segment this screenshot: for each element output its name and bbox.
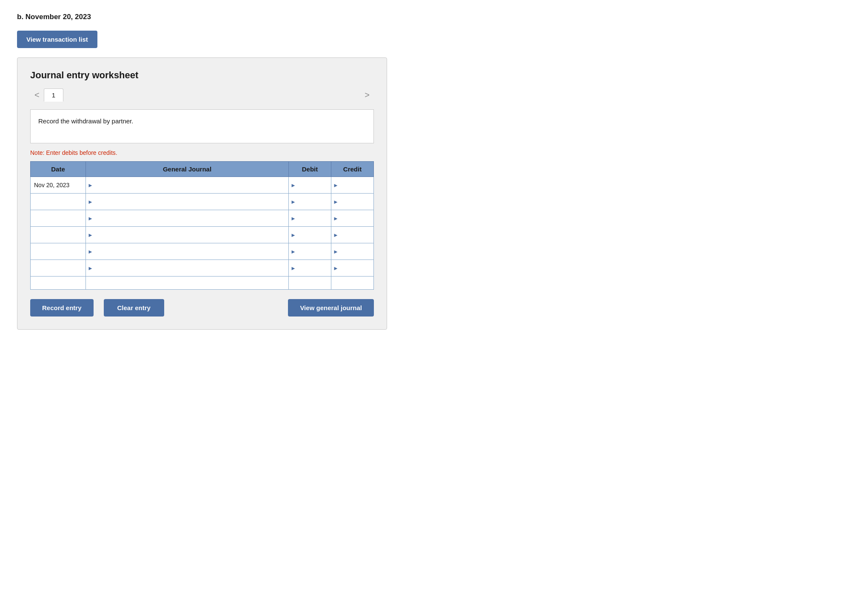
debit-arrow-icon-5: ► (291, 248, 296, 255)
debit-cell-4[interactable]: ► (289, 227, 331, 243)
debit-cell-5[interactable]: ► (289, 243, 331, 260)
journal-input-2[interactable] (95, 195, 287, 208)
debit-arrow-icon-1: ► (291, 182, 296, 188)
journal-input-3[interactable] (95, 212, 287, 225)
row-arrow-icon-1: ► (88, 182, 93, 188)
view-transaction-button[interactable]: View transaction list (17, 31, 97, 48)
row-arrow-icon-4: ► (88, 232, 93, 238)
journal-input-5[interactable] (95, 245, 287, 258)
worksheet-container: Journal entry worksheet < 1 > Record the… (17, 57, 387, 330)
table-row: Nov 20, 2023 ► ► ► (31, 177, 374, 194)
date-cell-4 (31, 227, 86, 243)
credit-arrow-icon-5: ► (333, 248, 339, 255)
table-row: ► ► ► (31, 227, 374, 243)
debit-input-3[interactable] (298, 212, 329, 225)
table-row: ► ► ► (31, 260, 374, 277)
debit-input-1[interactable] (298, 179, 329, 191)
credit-arrow-icon-3: ► (333, 215, 339, 222)
date-cell-1: Nov 20, 2023 (31, 177, 86, 194)
credit-input-3[interactable] (340, 212, 372, 225)
journal-cell-7[interactable] (86, 277, 289, 290)
page-label: b. November 20, 2023 (17, 13, 832, 21)
debit-input-2[interactable] (298, 195, 329, 208)
tab-nav: < 1 > (30, 88, 374, 102)
clear-entry-button[interactable]: Clear entry (104, 299, 164, 317)
credit-cell-6[interactable]: ► (331, 260, 374, 277)
date-cell-6 (31, 260, 86, 277)
credit-cell-7[interactable] (331, 277, 374, 290)
credit-arrow-icon-2: ► (333, 199, 339, 205)
journal-cell-5[interactable]: ► (86, 243, 289, 260)
debit-arrow-icon-4: ► (291, 232, 296, 238)
journal-cell-6[interactable]: ► (86, 260, 289, 277)
credit-arrow-icon-1: ► (333, 182, 339, 188)
table-row: ► ► ► (31, 194, 374, 210)
credit-input-4[interactable] (340, 228, 372, 241)
journal-input-4[interactable] (95, 228, 287, 241)
journal-input-1[interactable] (95, 179, 287, 191)
debit-arrow-icon-6: ► (291, 265, 296, 271)
journal-cell-1[interactable]: ► (86, 177, 289, 194)
credit-input-2[interactable] (340, 195, 372, 208)
credit-cell-3[interactable]: ► (331, 210, 374, 227)
journal-table: Date General Journal Debit Credit Nov 20… (30, 161, 374, 290)
row-arrow-icon-2: ► (88, 199, 93, 205)
credit-arrow-icon-4: ► (333, 232, 339, 238)
debit-input-6[interactable] (298, 262, 329, 274)
worksheet-title: Journal entry worksheet (30, 70, 374, 81)
col-header-date: Date (31, 162, 86, 177)
prev-tab-arrow[interactable]: < (30, 90, 44, 100)
instruction-box: Record the withdrawal by partner. (30, 109, 374, 143)
table-row: ► ► ► (31, 243, 374, 260)
journal-cell-4[interactable]: ► (86, 227, 289, 243)
debit-input-5[interactable] (298, 245, 329, 258)
date-cell-7 (31, 277, 86, 290)
btn-row: Record entry Clear entry View general jo… (30, 299, 374, 317)
credit-input-6[interactable] (340, 262, 372, 274)
debit-arrow-icon-2: ► (291, 199, 296, 205)
journal-cell-3[interactable]: ► (86, 210, 289, 227)
debit-cell-7[interactable] (289, 277, 331, 290)
debit-input-4[interactable] (298, 228, 329, 241)
record-entry-button[interactable]: Record entry (30, 299, 94, 317)
debit-cell-1[interactable]: ► (289, 177, 331, 194)
journal-input-6[interactable] (95, 262, 287, 274)
credit-cell-2[interactable]: ► (331, 194, 374, 210)
row-arrow-icon-3: ► (88, 215, 93, 222)
credit-input-5[interactable] (340, 245, 372, 258)
instruction-text: Record the withdrawal by partner. (38, 117, 133, 125)
journal-input-7[interactable] (86, 277, 288, 289)
date-cell-5 (31, 243, 86, 260)
col-header-debit: Debit (289, 162, 331, 177)
col-header-general-journal: General Journal (86, 162, 289, 177)
credit-input-1[interactable] (340, 179, 372, 191)
debit-arrow-icon-3: ► (291, 215, 296, 222)
date-cell-3 (31, 210, 86, 227)
table-row (31, 277, 374, 290)
debit-cell-3[interactable]: ► (289, 210, 331, 227)
debit-cell-2[interactable]: ► (289, 194, 331, 210)
view-general-journal-button[interactable]: View general journal (288, 299, 374, 317)
date-cell-2 (31, 194, 86, 210)
row-arrow-icon-5: ► (88, 248, 93, 255)
debit-cell-6[interactable]: ► (289, 260, 331, 277)
journal-cell-2[interactable]: ► (86, 194, 289, 210)
credit-arrow-icon-6: ► (333, 265, 339, 271)
tab-item-1[interactable]: 1 (44, 88, 63, 102)
next-tab-arrow[interactable]: > (360, 90, 374, 100)
note-text: Note: Enter debits before credits. (30, 149, 374, 156)
credit-cell-1[interactable]: ► (331, 177, 374, 194)
credit-input-7[interactable] (331, 277, 373, 289)
row-arrow-icon-6: ► (88, 265, 93, 271)
credit-cell-5[interactable]: ► (331, 243, 374, 260)
table-row: ► ► ► (31, 210, 374, 227)
credit-cell-4[interactable]: ► (331, 227, 374, 243)
col-header-credit: Credit (331, 162, 374, 177)
debit-input-7[interactable] (289, 277, 331, 289)
